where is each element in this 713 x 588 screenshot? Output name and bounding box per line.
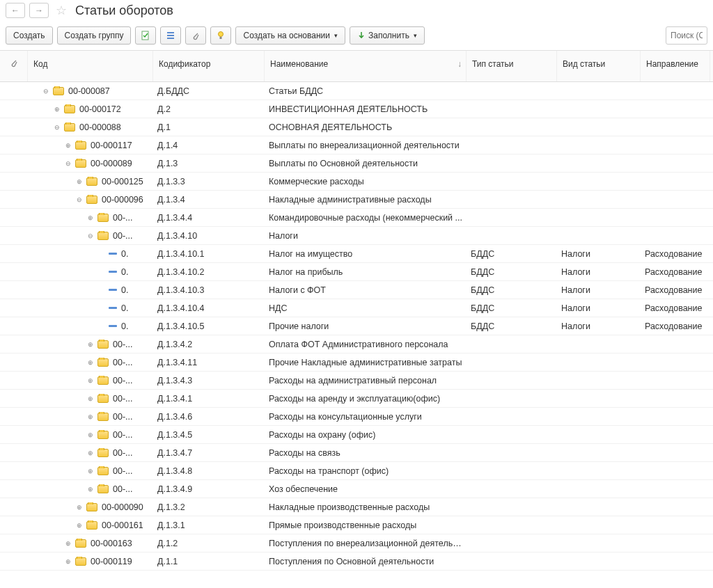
expand-toggle[interactable]: ⊕	[86, 485, 95, 493]
table-row[interactable]: ⊕00-000125Д.1.3.3Коммерческие расходы	[0, 173, 713, 191]
cell-code: ⊕00-...	[0, 484, 153, 494]
expand-toggle[interactable]: ⊕	[86, 358, 95, 367]
expand-toggle[interactable]: ⊖	[64, 159, 72, 168]
table-row[interactable]: ⊕00-000117Д.1.4Выплаты по внереализацион…	[0, 136, 713, 154]
expand-toggle[interactable]: ⊕	[75, 177, 84, 186]
column-name[interactable]: Наименование↓	[265, 51, 467, 81]
expand-toggle[interactable]: ⊕	[53, 105, 61, 113]
table-header: Код Кодификатор Наименование↓ Тип статьи…	[0, 51, 713, 82]
table-row[interactable]: ⊕00-...Д.1.3.4.9Хоз обеспечение	[0, 480, 713, 498]
expand-toggle[interactable]: ⊖	[86, 232, 95, 240]
column-direction[interactable]: Направление	[641, 51, 710, 81]
expand-toggle[interactable]: ⊕	[86, 340, 95, 349]
table-row[interactable]: 0.Д.1.3.4.10.4НДСБДДСНалогиРасходование	[0, 299, 713, 317]
code-text: 00-...	[113, 213, 133, 223]
folder-icon	[86, 503, 97, 511]
cell-name: Поступления по Основной деятельности	[265, 557, 467, 566]
expand-toggle[interactable]: ⊕	[86, 395, 95, 403]
table-row[interactable]: ⊕00-...Д.1.3.4.4Командировочные расходы …	[0, 209, 713, 227]
attach-button[interactable]	[185, 26, 206, 45]
expand-toggle[interactable]: ⊖	[53, 123, 61, 132]
folder-icon	[86, 177, 97, 186]
table-row[interactable]: ⊕00-...Д.1.3.4.8Расходы на транспорт (оф…	[0, 462, 713, 480]
nav-back-button[interactable]: ←	[6, 3, 25, 18]
table-row[interactable]: ⊕00-000163Д.1.2Поступления по внереализа…	[0, 534, 713, 553]
create-group-button[interactable]: Создать группу	[57, 26, 132, 45]
expand-toggle[interactable]: ⊕	[86, 376, 95, 385]
folder-icon	[97, 431, 109, 439]
list-button[interactable]	[160, 26, 181, 45]
expand-toggle[interactable]: ⊕	[86, 431, 95, 439]
cell-codifier: Д.1.4	[153, 141, 265, 150]
nav-forward-button[interactable]: →	[29, 3, 49, 18]
expand-toggle[interactable]: ⊕	[64, 141, 72, 150]
table-row[interactable]: ⊕00-...Д.1.3.4.3Расходы на административ…	[0, 372, 713, 390]
cell-dir: Расходование	[641, 285, 710, 295]
expand-toggle[interactable]: ⊕	[86, 449, 95, 457]
code-text: 00-000089	[91, 159, 132, 168]
cell-code: ⊖00-000089	[0, 159, 153, 168]
table-row[interactable]: ⊕00-...Д.1.3.4.1Расходы на аренду и эксп…	[0, 390, 713, 408]
search-input[interactable]	[666, 26, 707, 45]
column-attachment[interactable]	[0, 51, 28, 81]
folder-icon	[64, 123, 75, 132]
expand-toggle[interactable]: ⊖	[75, 196, 84, 204]
create-based-button[interactable]: Создать на основании▾	[235, 26, 345, 45]
favorite-star-icon[interactable]: ☆	[56, 3, 67, 18]
table-row[interactable]: ⊖00-000087Д.БДДССтатьи БДДС	[0, 82, 713, 100]
cell-codifier: Д.1.3.4.10	[153, 231, 265, 241]
expand-toggle	[97, 286, 106, 294]
code-text: 0.	[121, 285, 128, 295]
column-code[interactable]: Код	[28, 51, 153, 81]
cell-code: ⊕00-...	[0, 466, 153, 476]
caret-down-icon: ▾	[334, 32, 338, 39]
cell-code: ⊕00-...	[0, 394, 153, 404]
fill-button[interactable]: Заполнить▾	[350, 26, 425, 45]
table-row[interactable]: ⊕00-000090Д.1.3.2Накладные производствен…	[0, 498, 713, 516]
column-kind[interactable]: Вид статьи	[557, 51, 641, 81]
table-row[interactable]: ⊖00-...Д.1.3.4.10Налоги	[0, 227, 713, 245]
folder-icon	[97, 214, 109, 222]
folder-icon	[86, 521, 97, 530]
table-row[interactable]: ⊕00-...Д.1.3.4.11Прочие Накладные админи…	[0, 353, 713, 372]
cell-name: ИНВЕСТИЦИОННАЯ ДЕЯТЕЛЬНОСТЬ	[265, 104, 467, 114]
table-row[interactable]: ⊖00-000096Д.1.3.4Накладные административ…	[0, 191, 713, 209]
expand-toggle[interactable]: ⊖	[42, 87, 50, 95]
refresh-button[interactable]	[135, 26, 156, 45]
expand-toggle[interactable]: ⊕	[86, 467, 95, 475]
column-type[interactable]: Тип статьи	[467, 51, 557, 81]
table-row[interactable]: 0.Д.1.3.4.10.5Прочие налогиБДДСНалогиРас…	[0, 317, 713, 335]
expand-toggle[interactable]: ⊕	[86, 413, 95, 421]
code-text: 00-...	[113, 231, 133, 241]
table-row[interactable]: 0.Д.1.3.4.10.3Налоги с ФОТБДДСНалогиРасх…	[0, 281, 713, 299]
code-text: 00-000096	[102, 195, 143, 205]
table-row[interactable]: ⊕00-000172Д.2ИНВЕСТИЦИОННАЯ ДЕЯТЕЛЬНОСТЬ	[0, 100, 713, 118]
cell-codifier: Д.1.3.4.1	[153, 394, 265, 404]
expand-toggle[interactable]: ⊕	[86, 214, 95, 222]
table-row[interactable]: ⊖00-000089Д.1.3Выплаты по Основной деяте…	[0, 154, 713, 173]
expand-toggle[interactable]: ⊕	[75, 503, 84, 511]
table-row[interactable]: ⊕00-000119Д.1.1Поступления по Основной д…	[0, 553, 713, 571]
expand-toggle[interactable]: ⊕	[75, 521, 84, 530]
table-row[interactable]: ⊖00-000088Д.1ОСНОВНАЯ ДЕЯТЕЛЬНОСТЬ	[0, 118, 713, 136]
item-icon	[109, 289, 117, 291]
table-row[interactable]: 0.Д.1.3.4.10.1Налог на имуществоБДДСНало…	[0, 245, 713, 263]
expand-toggle[interactable]: ⊕	[64, 557, 72, 566]
table-row[interactable]: ⊕00-000161Д.1.3.1Прямые производственные…	[0, 516, 713, 534]
folder-icon	[64, 105, 75, 113]
table-row[interactable]: 0.Д.1.3.4.10.2Налог на прибыльБДДСНалоги…	[0, 263, 713, 281]
table-row[interactable]: ⊕00-...Д.1.3.4.7Расходы на связь	[0, 444, 713, 462]
cell-name: Выплаты по внереализационной деятельност…	[265, 141, 467, 150]
column-codifier[interactable]: Кодификатор	[153, 51, 265, 81]
cell-name: Налоги с ФОТ	[265, 285, 467, 295]
folder-icon	[97, 467, 109, 475]
table-row[interactable]: ⊕00-...Д.1.3.4.6Расходы на консультацион…	[0, 408, 713, 426]
table-row[interactable]: ⊕00-...Д.1.3.4.2Оплата ФОТ Административ…	[0, 335, 713, 353]
tip-button[interactable]	[210, 26, 231, 45]
folder-icon	[97, 485, 109, 493]
table-row[interactable]: ⊕00-...Д.1.3.4.5Расходы на охрану (офис)	[0, 426, 713, 444]
cell-code: ⊕00-000163	[0, 539, 153, 548]
cell-code: ⊕00-...	[0, 412, 153, 422]
expand-toggle[interactable]: ⊕	[64, 539, 72, 548]
create-button[interactable]: Создать	[6, 26, 53, 45]
